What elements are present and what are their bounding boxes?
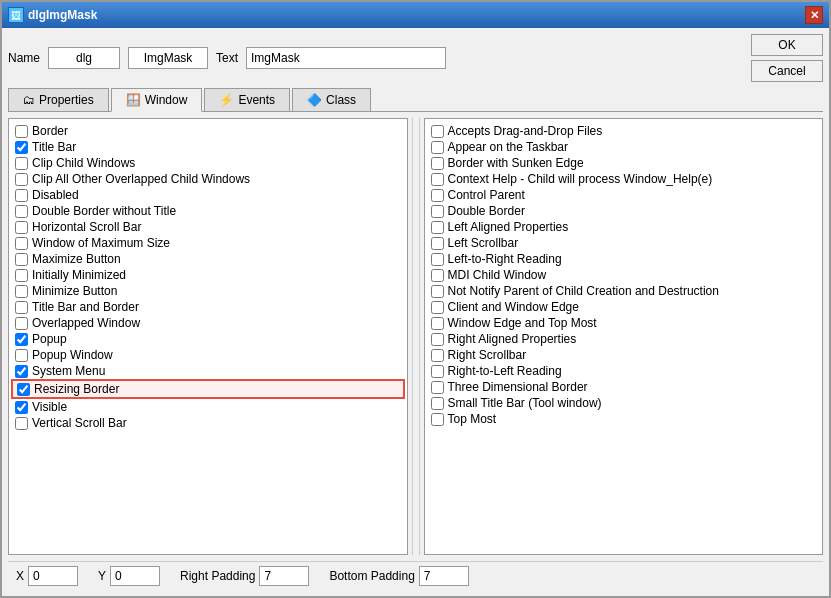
list-item[interactable]: Double Border without Title <box>11 203 405 219</box>
checkbox[interactable] <box>15 253 28 266</box>
checkbox[interactable] <box>17 383 30 396</box>
list-item[interactable]: Appear on the Taskbar <box>427 139 821 155</box>
list-item[interactable]: Minimize Button <box>11 283 405 299</box>
checkbox[interactable] <box>15 221 28 234</box>
list-item[interactable]: Right-to-Left Reading <box>427 363 821 379</box>
checkbox[interactable] <box>431 365 444 378</box>
list-item[interactable]: Right Aligned Properties <box>427 331 821 347</box>
list-item[interactable]: Accepts Drag-and-Drop Files <box>427 123 821 139</box>
tab-class[interactable]: 🔷 Class <box>292 88 371 111</box>
x-input[interactable] <box>28 566 78 586</box>
checkbox[interactable] <box>431 141 444 154</box>
list-item[interactable]: Popup <box>11 331 405 347</box>
checkbox[interactable] <box>15 365 28 378</box>
list-item[interactable]: Maximize Button <box>11 251 405 267</box>
list-item[interactable]: Disabled <box>11 187 405 203</box>
right-padding-input[interactable] <box>259 566 309 586</box>
checkbox[interactable] <box>431 173 444 186</box>
text-input[interactable] <box>246 47 446 69</box>
checkbox[interactable] <box>431 189 444 202</box>
checkbox[interactable] <box>15 401 28 414</box>
checkbox[interactable] <box>15 269 28 282</box>
list-item[interactable]: Small Title Bar (Tool window) <box>427 395 821 411</box>
list-item[interactable]: Popup Window <box>11 347 405 363</box>
list-item[interactable]: Border <box>11 123 405 139</box>
right-padding-label: Right Padding <box>180 569 255 583</box>
checkbox[interactable] <box>431 221 444 234</box>
list-item[interactable]: Left Aligned Properties <box>427 219 821 235</box>
checkbox[interactable] <box>431 237 444 250</box>
list-item[interactable]: Context Help - Child will process Window… <box>427 171 821 187</box>
list-item[interactable]: Overlapped Window <box>11 315 405 331</box>
list-item[interactable]: Title Bar <box>11 139 405 155</box>
checkbox[interactable] <box>431 381 444 394</box>
list-item[interactable]: Client and Window Edge <box>427 299 821 315</box>
list-item[interactable]: Left Scrollbar <box>427 235 821 251</box>
list-item[interactable]: Left-to-Right Reading <box>427 251 821 267</box>
checkbox[interactable] <box>15 205 28 218</box>
checkbox-label: Overlapped Window <box>32 316 140 330</box>
list-item[interactable]: Initially Minimized <box>11 267 405 283</box>
y-input[interactable] <box>110 566 160 586</box>
checkbox-label: Double Border without Title <box>32 204 176 218</box>
tab-window[interactable]: 🪟 Window <box>111 88 203 112</box>
checkbox[interactable] <box>15 189 28 202</box>
list-item[interactable]: Double Border <box>427 203 821 219</box>
list-item[interactable]: Three Dimensional Border <box>427 379 821 395</box>
checkbox[interactable] <box>15 333 28 346</box>
list-item[interactable]: Vertical Scroll Bar <box>11 415 405 431</box>
tab-events-label: Events <box>238 93 275 107</box>
checkbox-label: Title Bar <box>32 140 76 154</box>
panels-area: BorderTitle BarClip Child WindowsClip Al… <box>8 118 823 555</box>
checkbox[interactable] <box>431 397 444 410</box>
list-item[interactable]: Right Scrollbar <box>427 347 821 363</box>
checkbox[interactable] <box>15 301 28 314</box>
checkbox[interactable] <box>15 157 28 170</box>
checkbox[interactable] <box>15 317 28 330</box>
checkbox[interactable] <box>15 173 28 186</box>
checkbox[interactable] <box>15 237 28 250</box>
tab-events[interactable]: ⚡ Events <box>204 88 290 111</box>
list-item[interactable]: System Menu <box>11 363 405 379</box>
list-item[interactable]: Resizing Border <box>11 379 405 399</box>
name-label: Name <box>8 51 40 65</box>
list-item[interactable]: Window Edge and Top Most <box>427 315 821 331</box>
list-item[interactable]: Top Most <box>427 411 821 427</box>
panel-divider[interactable] <box>412 118 420 555</box>
checkbox[interactable] <box>431 205 444 218</box>
checkbox[interactable] <box>431 285 444 298</box>
list-item[interactable]: Clip All Other Overlapped Child Windows <box>11 171 405 187</box>
list-item[interactable]: Border with Sunken Edge <box>427 155 821 171</box>
checkbox[interactable] <box>431 317 444 330</box>
list-item[interactable]: Not Notify Parent of Child Creation and … <box>427 283 821 299</box>
checkbox[interactable] <box>431 269 444 282</box>
checkbox[interactable] <box>15 417 28 430</box>
list-item[interactable]: Control Parent <box>427 187 821 203</box>
checkbox[interactable] <box>15 285 28 298</box>
checkbox-label: System Menu <box>32 364 105 378</box>
checkbox[interactable] <box>15 349 28 362</box>
tab-properties[interactable]: 🗂 Properties <box>8 88 109 111</box>
cancel-button[interactable]: Cancel <box>751 60 823 82</box>
list-item[interactable]: MDI Child Window <box>427 267 821 283</box>
list-item[interactable]: Title Bar and Border <box>11 299 405 315</box>
list-item[interactable]: Window of Maximum Size <box>11 235 405 251</box>
checkbox[interactable] <box>431 125 444 138</box>
checkbox[interactable] <box>431 333 444 346</box>
ok-button[interactable]: OK <box>751 34 823 56</box>
name-input-dlg[interactable] <box>48 47 120 69</box>
checkbox[interactable] <box>431 349 444 362</box>
close-button[interactable]: ✕ <box>805 6 823 24</box>
bottom-padding-input[interactable] <box>419 566 469 586</box>
checkbox[interactable] <box>15 141 28 154</box>
list-item[interactable]: Visible <box>11 399 405 415</box>
checkbox[interactable] <box>431 157 444 170</box>
checkbox[interactable] <box>431 301 444 314</box>
checkbox[interactable] <box>15 125 28 138</box>
y-label: Y <box>98 569 106 583</box>
name-input-imgmask[interactable] <box>128 47 208 69</box>
list-item[interactable]: Clip Child Windows <box>11 155 405 171</box>
checkbox[interactable] <box>431 413 444 426</box>
checkbox[interactable] <box>431 253 444 266</box>
list-item[interactable]: Horizontal Scroll Bar <box>11 219 405 235</box>
